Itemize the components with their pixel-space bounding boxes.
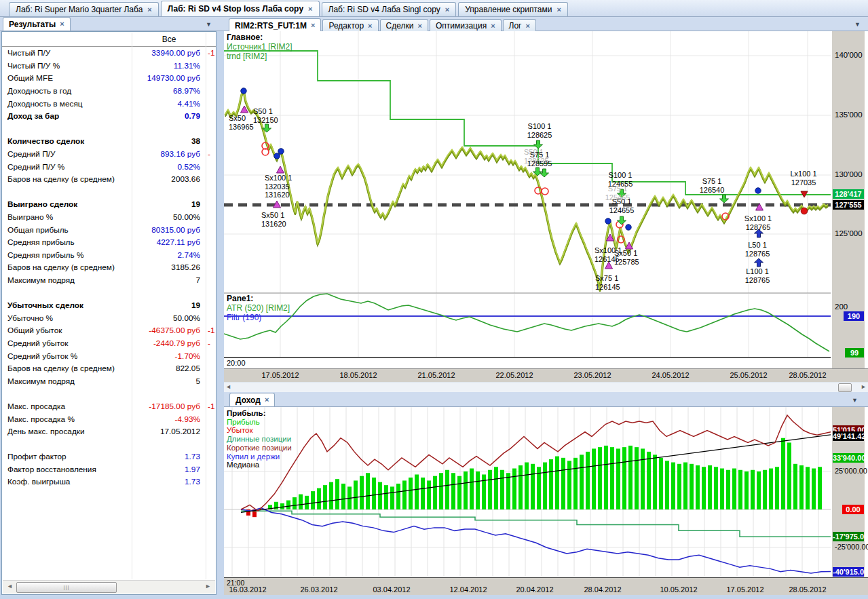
main-legend-title: Главное: xyxy=(227,33,293,42)
profit-legend-item: Прибыль xyxy=(227,418,292,427)
axis-price-label: 130'000 xyxy=(835,170,863,178)
stat-value: 7 xyxy=(131,275,200,285)
close-icon[interactable]: × xyxy=(311,22,315,29)
chevron-down-icon[interactable]: ▼ xyxy=(854,21,861,28)
profit-bar xyxy=(635,447,639,509)
scrollbar-thumb[interactable]: ||| xyxy=(16,582,117,593)
horizontal-scrollbar[interactable]: ◄ ||| ► xyxy=(3,580,215,594)
trade-label: L50 1 128765 xyxy=(745,241,770,258)
close-icon[interactable]: × xyxy=(308,5,312,13)
spacer-row xyxy=(2,186,216,199)
close-icon[interactable]: × xyxy=(417,22,421,30)
profit-bar xyxy=(732,469,736,509)
chart-tab[interactable]: Лог× xyxy=(503,19,536,32)
stat-value: 1.73 xyxy=(131,452,200,461)
stat-row: Выиграно сделок19 xyxy=(2,198,216,211)
indicator-badge: 99 xyxy=(845,348,864,358)
stat-label: Баров на сделку (в среднем) xyxy=(2,364,131,373)
secondary-tab-strip: Результаты × ▼ RIM2:RTS_FUT:1M×Редактор×… xyxy=(0,17,868,31)
stat-value: 0.52% xyxy=(131,162,200,172)
arrow-up-marker xyxy=(755,258,763,267)
close-icon[interactable]: × xyxy=(526,22,530,30)
profit-chart[interactable] xyxy=(224,407,868,577)
stat-value: 2.74% xyxy=(131,250,200,260)
chart-date-axis: 17.05.201218.05.201221.05.201222.05.2012… xyxy=(224,368,868,382)
close-icon[interactable]: × xyxy=(147,6,151,14)
scroll-left-icon[interactable]: ◄ xyxy=(225,383,231,390)
chart-horizontal-scrollbar[interactable]: ◄ ► xyxy=(224,382,868,392)
app-window: Лаб: Ri Super Mario 3quarter Лаба×Лаб: R… xyxy=(0,0,868,599)
profit-legend-item: Купил и держи xyxy=(227,452,292,461)
date-label: 18.05.2012 xyxy=(339,371,377,379)
profit-bar xyxy=(696,465,700,509)
profit-bar xyxy=(561,458,565,509)
date-label: 28.05.2012 xyxy=(789,371,826,379)
stat-label: Количество сделок xyxy=(2,136,131,146)
window-tab-label: Управление скриптами xyxy=(465,5,552,14)
close-icon[interactable]: × xyxy=(445,6,449,14)
tab-results[interactable]: Результаты × xyxy=(3,17,71,31)
window-tab[interactable]: Лаб: Ri Super Mario 3quarter Лаба× xyxy=(9,2,159,16)
scroll-right-icon[interactable]: ► xyxy=(861,383,867,390)
profit-bar xyxy=(372,478,376,509)
stat-row: Баров на сделку (в среднем)2003.66 xyxy=(2,173,216,186)
close-icon[interactable]: × xyxy=(491,22,495,30)
stat-value: 19 xyxy=(131,199,200,209)
stat-value: 0.79 xyxy=(131,111,200,121)
stat-value: -46375.00 руб xyxy=(131,326,200,335)
profit-bar xyxy=(445,470,449,509)
stat-value: 149730.00 руб xyxy=(131,73,200,83)
profit-bar xyxy=(598,447,602,509)
stat-label: Убыточных сделок xyxy=(2,301,131,310)
chart-time-label: 20:00 xyxy=(227,359,246,367)
chart-tab[interactable]: Оптимизация× xyxy=(430,19,502,32)
trade-label: S100 1 128625 xyxy=(527,122,552,139)
column-header-all: Все xyxy=(132,35,206,44)
profit-bar xyxy=(451,473,455,509)
close-icon[interactable]: × xyxy=(265,396,269,404)
profit-bar xyxy=(622,447,626,509)
profit-bar xyxy=(763,470,767,509)
chart-tab-label: Оптимизация xyxy=(436,21,487,31)
stats-column-header: Все xyxy=(2,33,216,47)
date-label: 17.05.2012 xyxy=(726,585,763,594)
chart-tab-label: Сделки xyxy=(386,21,414,31)
scroll-left-icon[interactable]: ◄ xyxy=(7,583,13,590)
chart-tab[interactable]: Сделки× xyxy=(380,19,428,32)
tab-profit[interactable]: Доход × xyxy=(229,393,275,406)
profit-bar xyxy=(476,471,480,509)
scroll-right-icon[interactable]: ► xyxy=(205,583,211,590)
profit-bar xyxy=(409,478,413,509)
exit-circle-marker xyxy=(542,188,548,195)
stat-value: 2003.66 xyxy=(131,174,200,184)
date-label: 03.04.2012 xyxy=(373,585,410,594)
close-icon[interactable]: × xyxy=(556,6,561,14)
stat-label: Средняя прибыль xyxy=(2,237,131,247)
stat-row: Баров на сделку (в среднем)3185.26 xyxy=(2,261,216,274)
stat-value: 50.00% xyxy=(131,313,200,323)
profit-bar xyxy=(799,465,804,509)
window-tab[interactable]: Лаб: Ri SD v4 Лаба Singl copy× xyxy=(322,2,457,16)
chart-tab[interactable]: RIM2:RTS_FUT:1M× xyxy=(229,18,321,32)
price-chart[interactable] xyxy=(224,31,868,368)
chevron-down-icon[interactable]: ▼ xyxy=(852,397,858,404)
chart-tab[interactable]: Редактор× xyxy=(322,19,378,32)
scrollbar-thumb[interactable] xyxy=(838,383,852,392)
price-axis: 140'000135'000130'000125'000200128'41712… xyxy=(832,31,865,368)
profit-bar xyxy=(378,482,382,509)
tab-profit-label: Доход xyxy=(235,395,261,405)
stat-row: Баров на сделку (в среднем)822.05 xyxy=(2,362,216,375)
stat-row: Профит фактор1.73 xyxy=(2,450,216,463)
date-label: 23.05.2012 xyxy=(573,371,611,379)
stat-label: Средний убыток % xyxy=(2,351,131,361)
profit-bar xyxy=(702,467,706,509)
window-tab[interactable]: Лаб: Ri SD v4 Stop loss Лаба copy× xyxy=(161,1,320,16)
stat-value: 4.41% xyxy=(131,99,200,109)
window-tab[interactable]: Управление скриптами× xyxy=(458,2,568,16)
close-icon[interactable]: × xyxy=(60,20,64,28)
arrow-down-marker xyxy=(540,169,549,177)
close-icon[interactable]: × xyxy=(368,22,372,30)
profit-bar xyxy=(787,442,791,509)
profit-bar xyxy=(738,470,742,509)
chevron-down-icon[interactable]: ▼ xyxy=(206,21,212,28)
